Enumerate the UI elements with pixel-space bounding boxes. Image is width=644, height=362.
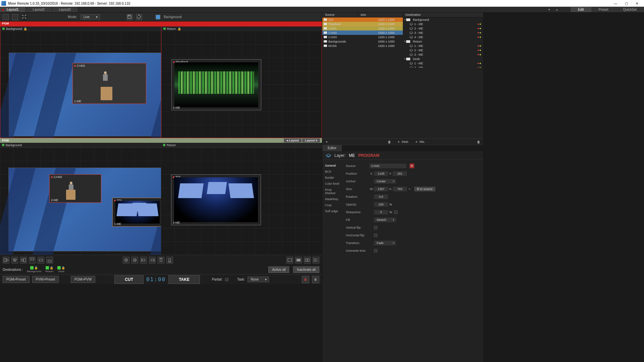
pvw-layout-btn-1[interactable]: ◂ Layout <box>284 138 302 142</box>
pgm-preset-button[interactable]: PGM>Preset <box>3 276 30 283</box>
layout-tab-2[interactable]: Layout2 <box>26 7 52 12</box>
partial-checkbox[interactable] <box>225 278 228 281</box>
align-left-icon[interactable] <box>3 257 9 263</box>
bg-color-swatch[interactable] <box>156 15 160 19</box>
pgm-right-view[interactable]: PlayBack 1-ME <box>161 31 322 138</box>
add-dest-button[interactable]: + <box>396 139 402 145</box>
take-button[interactable]: TAKE <box>168 275 200 284</box>
pvw-layout-btn-2[interactable]: Layout ▾ <box>302 138 320 142</box>
rotation-input[interactable]: 0.0 <box>374 194 388 199</box>
pgm-pvw-button[interactable]: PGM>PVW <box>71 276 95 283</box>
source-row[interactable]: SDI1920 x 1080 <box>322 17 403 22</box>
tab-edit[interactable]: Edit <box>571 7 591 12</box>
delete-button[interactable]: 🗑 <box>302 276 309 283</box>
tab-preset[interactable]: Preset <box>591 7 616 12</box>
vflip-checkbox[interactable] <box>374 226 377 229</box>
align-middle-icon[interactable] <box>38 257 44 263</box>
fit-to-source-button[interactable]: fit to source <box>414 187 435 191</box>
dest-child-row[interactable]: 1 - ME <box>403 44 483 48</box>
layout-tab-1[interactable]: Layout1 <box>0 7 25 12</box>
align-center-h-icon[interactable] <box>11 257 18 263</box>
maximize-button[interactable]: ▢ <box>624 2 629 5</box>
dest-child-row[interactable]: 4 - ME <box>403 35 483 39</box>
pvw-sdi2-inset[interactable]: SDI 1-ME <box>171 174 261 225</box>
dest-desk[interactable]: 🔒Desk <box>57 266 65 273</box>
source-value[interactable]: CAM1 <box>369 164 406 168</box>
dest-child-row[interactable]: 3 - ME <box>403 31 483 35</box>
trash-icon[interactable]: 🗑 <box>386 139 392 145</box>
active-all-button[interactable]: Active all <box>268 266 289 273</box>
dest-child-row[interactable]: 2 - ME <box>403 26 483 31</box>
dest-child-row[interactable]: 2 - ME <box>403 48 483 52</box>
dest-child-row[interactable]: 1 - ME <box>403 22 483 26</box>
refresh-icon[interactable] <box>136 14 142 20</box>
fit-2-icon[interactable] <box>295 257 302 263</box>
distribute-4-icon[interactable] <box>149 257 156 263</box>
pvw-cam2-inset[interactable]: CAM2 2-ME <box>49 174 101 203</box>
distribute-6-icon[interactable] <box>166 257 173 263</box>
distribute-5-icon[interactable] <box>158 257 164 263</box>
tool-btn-2[interactable] <box>12 14 18 20</box>
pgm-cam1-inset[interactable]: CAM1 1-ME <box>72 63 146 104</box>
dest-child-row[interactable]: 1 - ME <box>403 61 483 65</box>
fit-1-icon[interactable] <box>286 257 293 263</box>
dest-parent-row[interactable]: ▾Return <box>403 39 483 44</box>
clear-source-button[interactable]: ✕ <box>410 164 414 168</box>
overwrite-checkbox[interactable] <box>374 249 377 252</box>
pvw-preset-button[interactable]: PVW>Preset <box>32 276 59 283</box>
pvw-sdi-inset[interactable]: SDI 1-ME <box>112 198 161 227</box>
source-row[interactable]: MASK1920 x 1080 <box>322 44 403 48</box>
fit-4-icon[interactable] <box>313 257 319 263</box>
size-w-input[interactable]: 1357 <box>374 187 388 191</box>
opacity-input[interactable]: 100 <box>374 202 388 207</box>
dest-return[interactable]: 🔒Return <box>45 266 53 273</box>
dest-child-row[interactable]: 3 - ME <box>403 52 483 57</box>
minimize-button[interactable]: — <box>613 2 618 5</box>
distribute-1-icon[interactable] <box>123 257 129 263</box>
source-row[interactable]: PlayBack1920 x 1080 <box>322 22 403 26</box>
align-top-icon[interactable] <box>29 257 36 263</box>
editor-tab[interactable]: Editor <box>322 145 342 151</box>
editor-nav-item[interactable]: General <box>324 163 341 169</box>
editor-nav-item[interactable]: Soft edge <box>324 208 341 214</box>
add-layout-button[interactable]: + <box>546 8 552 11</box>
hflip-checkbox[interactable] <box>374 234 377 237</box>
pgm-playback-inset[interactable]: PlayBack 1-ME <box>171 59 261 110</box>
dest-child-row[interactable]: 2 - ME <box>403 65 483 68</box>
align-right-icon[interactable] <box>20 257 27 263</box>
editor-nav-item[interactable]: BCS <box>324 169 341 175</box>
editor-nav-item[interactable]: Mask/Key <box>324 196 341 202</box>
source-row[interactable]: Backgrounds3456 x 1080 <box>322 39 403 44</box>
transition-select[interactable]: Fade <box>374 241 396 245</box>
pvw-left-view[interactable]: CAM2 2-ME SDI 1-ME <box>0 147 161 255</box>
pos-y-input[interactable]: 161 <box>393 171 407 176</box>
save-icon[interactable] <box>127 14 133 20</box>
tool-btn-1[interactable] <box>3 14 9 20</box>
source-row[interactable]: CAM21920 x 1080 <box>322 31 403 35</box>
sharpness-checkbox[interactable] <box>394 210 397 214</box>
inactivate-all-button[interactable]: Inactivate all <box>293 266 319 273</box>
size-h-input[interactable]: 763 <box>393 187 407 191</box>
layer-grid-icon[interactable] <box>330 139 336 145</box>
source-row[interactable]: CAM31920 x 1080 <box>322 35 403 39</box>
link-icon[interactable]: ⚭ <box>408 187 411 191</box>
tab-quickset[interactable]: QuickSet <box>615 7 644 12</box>
cut-button[interactable]: CUT <box>114 275 144 284</box>
dest-parent-row[interactable]: ▾Desk <box>403 57 483 61</box>
dest-background[interactable]: 🔒Background <box>27 266 42 273</box>
add-mix-button[interactable]: + <box>414 139 420 145</box>
distribute-3-icon[interactable] <box>140 257 147 263</box>
trash-icon-2[interactable]: 🗑 <box>476 139 482 145</box>
pvw-right-view[interactable]: SDI 1-ME <box>161 147 322 255</box>
delete-button-2[interactable]: 🗑 <box>312 276 319 283</box>
task-select[interactable]: None <box>248 277 269 282</box>
fit-3-icon[interactable] <box>304 257 311 263</box>
sharpness-input[interactable]: 0 <box>374 210 388 215</box>
editor-nav-item[interactable]: Border <box>324 175 341 181</box>
mode-select[interactable]: Live <box>80 14 100 19</box>
add-layer-button[interactable]: + <box>324 139 330 145</box>
align-bottom-icon[interactable] <box>46 257 53 263</box>
close-button[interactable]: ✕ <box>635 2 639 5</box>
editor-nav-item[interactable]: Drop shadow <box>324 187 341 196</box>
source-row[interactable]: CAM11920 x 1080 <box>322 26 403 31</box>
